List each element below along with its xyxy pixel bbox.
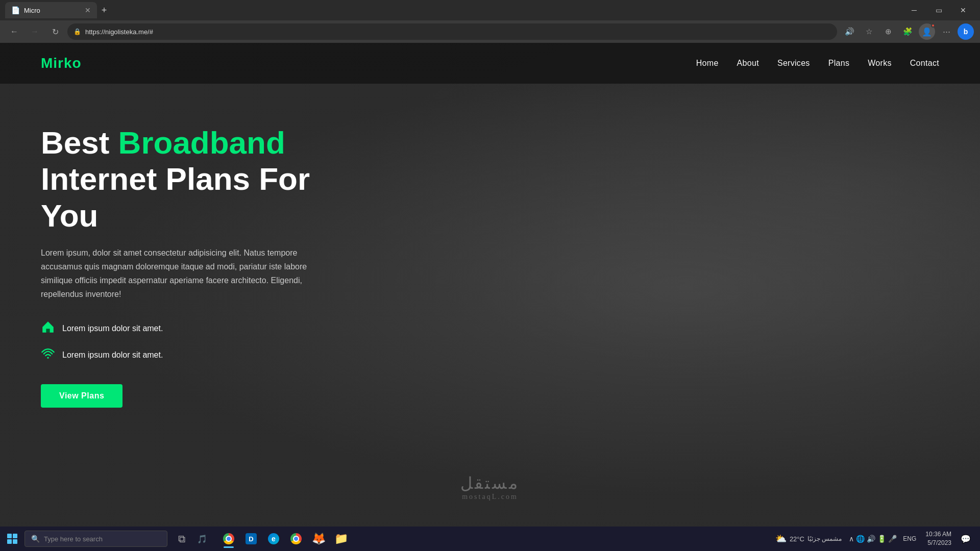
nav-actions: 🔊 ☆ ⊕ 🧩 👤 ⋯ b <box>841 23 974 40</box>
favorites-button[interactable]: ☆ <box>861 23 877 40</box>
close-button[interactable]: ✕ <box>951 2 975 18</box>
weather-icon: ⛅ <box>775 533 787 544</box>
chrome-icon <box>223 533 234 544</box>
taskbar: 🔍 Type here to search ⧉ 🎵 D e 🦊 📁 <box>0 527 980 551</box>
bing-button[interactable]: b <box>958 23 974 40</box>
site-navbar: Mirko Home About Services Plans Works Co… <box>0 43 980 84</box>
nav-contact[interactable]: Contact <box>910 59 939 67</box>
hero-description: Lorem ipsum, dolor sit amet consectetur … <box>41 246 337 302</box>
notification-button[interactable]: 💬 <box>958 531 974 547</box>
network-icon[interactable]: 🌐 <box>856 535 865 543</box>
watermark: مستقل mostaqL.com <box>460 473 520 501</box>
wifi-icon <box>41 346 55 364</box>
firefox-icon: 🦊 <box>312 532 326 545</box>
lock-icon: 🔒 <box>74 28 81 35</box>
nav-works[interactable]: Works <box>868 59 892 67</box>
nav-plans[interactable]: Plans <box>828 59 850 67</box>
system-icons: ∧ 🌐 🔊 🔋 🎤 <box>849 535 897 543</box>
address-text: https://nigolisteka.me/# <box>85 28 831 36</box>
maximize-button[interactable]: ▭ <box>927 2 950 18</box>
profile-notification-dot <box>931 23 935 28</box>
taskbar-app-chrome2[interactable] <box>286 529 306 549</box>
site-logo: Mirko <box>41 55 82 71</box>
address-bar[interactable]: 🔒 https://nigolisteka.me/# <box>67 23 837 40</box>
nav-home[interactable]: Home <box>696 59 719 67</box>
feature-list: Lorem ipsum dolor sit amet. Lorem ipsum … <box>41 320 342 364</box>
feature-text-1: Lorem ipsum dolor sit amet. <box>62 324 163 333</box>
weather-temp: 22°C <box>790 535 804 543</box>
volume-icon[interactable]: 🔊 <box>867 535 875 543</box>
browser-window: 📄 Micro ✕ + ─ ▭ ✕ ← → ↻ 🔒 https://nigoli… <box>0 0 980 43</box>
up-arrow-icon[interactable]: ∧ <box>849 535 854 543</box>
battery-icon[interactable]: 🔋 <box>877 535 886 543</box>
system-tray: ⛅ 22°C مشمس جزئيًا ∧ 🌐 🔊 🔋 🎤 ENG 10:36 A… <box>771 530 980 547</box>
read-aloud-button[interactable]: 🔊 <box>841 23 857 40</box>
search-placeholder-text: Type here to search <box>44 535 103 543</box>
window-controls: ─ ▭ ✕ <box>902 2 975 18</box>
taskbar-search[interactable]: 🔍 Type here to search <box>24 531 167 547</box>
title-bar: 📄 Micro ✕ + ─ ▭ ✕ <box>0 0 980 20</box>
hero-title: Best Broadband Internet Plans For You <box>41 124 342 234</box>
clock-date: 5/7/2023 <box>927 539 951 547</box>
new-tab-button[interactable]: + <box>97 3 111 17</box>
music-icon: 🎵 <box>197 534 207 544</box>
back-button[interactable]: ← <box>6 23 22 40</box>
home-icon <box>41 320 55 337</box>
hero-section: Best Broadband Internet Plans For You Lo… <box>0 84 383 408</box>
start-button[interactable] <box>0 527 24 551</box>
search-icon: 🔍 <box>31 535 40 543</box>
nav-about[interactable]: About <box>737 59 759 67</box>
weather-widget[interactable]: ⛅ 22°C مشمس جزئيًا <box>771 533 846 544</box>
folder-icon: 📁 <box>334 532 348 545</box>
taskbar-apps: D e 🦊 📁 <box>218 529 771 549</box>
clock-time: 10:36 AM <box>925 530 951 539</box>
settings-button[interactable]: ⋯ <box>938 23 954 40</box>
svg-point-1 <box>47 357 49 359</box>
taskbar-music: 🎵 <box>192 529 212 549</box>
edge-icon: e <box>268 533 279 544</box>
svg-rect-0 <box>46 329 50 332</box>
windows-logo <box>7 534 17 544</box>
site-menu: Home About Services Plans Works Contact <box>696 59 939 68</box>
nav-bar: ← → ↻ 🔒 https://nigolisteka.me/# 🔊 ☆ ⊕ 🧩… <box>0 20 980 43</box>
view-plans-button[interactable]: View Plans <box>41 384 122 408</box>
notification-icon: 💬 <box>961 534 971 544</box>
collections-button[interactable]: ⊕ <box>880 23 896 40</box>
mic-icon[interactable]: 🎤 <box>888 535 897 543</box>
language-button[interactable]: ENG <box>900 535 919 542</box>
taskbar-app-chrome[interactable] <box>218 529 239 549</box>
feature-item-1: Lorem ipsum dolor sit amet. <box>41 320 342 337</box>
tab-title: Micro <box>24 7 40 14</box>
taskbar-app-edge[interactable]: e <box>263 529 284 549</box>
taskbar-task-view[interactable]: ⧉ <box>172 529 192 549</box>
nav-services[interactable]: Services <box>777 59 810 67</box>
minimize-button[interactable]: ─ <box>902 2 926 18</box>
hero-title-part1: Best <box>41 125 118 160</box>
feature-item-2: Lorem ipsum dolor sit amet. <box>41 346 342 364</box>
chrome-icon-2 <box>290 533 302 544</box>
taskbar-app-folder[interactable]: 📁 <box>331 529 351 549</box>
dell-icon: D <box>246 533 257 544</box>
taskbar-app-firefox[interactable]: 🦊 <box>308 529 329 549</box>
taskbar-app-dell[interactable]: D <box>241 529 261 549</box>
weather-label: مشمس جزئيًا <box>807 535 842 542</box>
profile-button[interactable]: 👤 <box>919 23 935 40</box>
extensions-button[interactable]: 🧩 <box>899 23 916 40</box>
forward-button[interactable]: → <box>27 23 43 40</box>
website-content: Mirko Home About Services Plans Works Co… <box>0 43 980 532</box>
browser-tab[interactable]: 📄 Micro ✕ <box>5 2 97 18</box>
feature-text-2: Lorem ipsum dolor sit amet. <box>62 350 163 360</box>
tab-favicon: 📄 <box>11 6 20 14</box>
refresh-button[interactable]: ↻ <box>47 23 63 40</box>
system-clock[interactable]: 10:36 AM 5/7/2023 <box>922 530 954 547</box>
tab-close-button[interactable]: ✕ <box>85 6 91 14</box>
hero-title-part2: Internet Plans For You <box>41 161 310 233</box>
hero-title-highlight: Broadband <box>118 125 285 160</box>
task-view-icon: ⧉ <box>178 533 185 545</box>
